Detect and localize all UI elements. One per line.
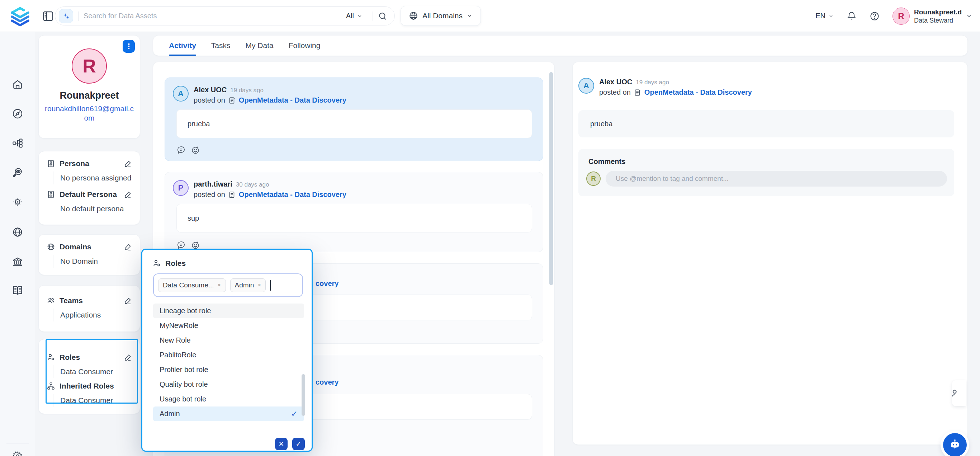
remove-chip-icon[interactable]: ×: [218, 282, 221, 289]
post-author-avatar: P: [173, 180, 189, 196]
nav-govern-bank-icon[interactable]: [12, 256, 23, 267]
roles-icon: [47, 353, 55, 362]
add-reaction-emoji-icon[interactable]: [191, 145, 200, 155]
openmetadata-app: All All Domains EN: [0, 0, 980, 456]
role-option[interactable]: Quality bot role: [153, 377, 304, 392]
feed-scrollbar[interactable]: [549, 72, 553, 285]
ai-sparkles-icon[interactable]: [59, 9, 73, 23]
language-value: EN: [815, 12, 826, 20]
search-input[interactable]: [84, 12, 346, 20]
roles-option-list: Lineage bot role MyNewRole New Role Pabl…: [153, 303, 304, 421]
divider: [372, 11, 373, 21]
role-option[interactable]: Lineage bot role: [153, 303, 304, 318]
chevron-down-icon: [966, 13, 972, 19]
nav-observability-icon[interactable]: [12, 167, 23, 178]
user-role: Data Steward: [914, 16, 962, 24]
domains-card: Domains No Domain: [38, 234, 140, 275]
edit-roles-icon[interactable]: [124, 353, 132, 362]
all-domains-dropdown[interactable]: All Domains: [401, 6, 481, 26]
nav-home-icon[interactable]: [12, 78, 23, 90]
nav-insights-bulb-icon[interactable]: [12, 197, 23, 208]
edit-domains-icon[interactable]: [124, 243, 132, 251]
post-action-text: posted on: [599, 88, 631, 97]
post-target-link[interactable]: OpenMetadata - Data Discovery: [239, 191, 347, 199]
post-target-link[interactable]: OpenMetadata - Data Discovery: [239, 96, 347, 104]
topbar: All All Domains EN: [0, 0, 980, 32]
roles-value-link[interactable]: Data Consumer: [53, 365, 132, 378]
user-avatar: R: [892, 8, 910, 25]
comment-input[interactable]: Use @mention to tag and comment...: [606, 171, 947, 187]
teams-card: Teams Applications: [38, 285, 140, 332]
tab-my-data[interactable]: My Data: [246, 35, 274, 56]
tab-tasks[interactable]: Tasks: [211, 35, 231, 56]
divider: [78, 11, 78, 21]
openmetadata-logo-icon[interactable]: [10, 5, 31, 27]
edit-teams-icon[interactable]: [124, 297, 132, 305]
sidebar-toggle-icon[interactable]: [41, 10, 54, 22]
default-persona-title: Default Persona: [59, 190, 119, 199]
search-icon[interactable]: [378, 11, 387, 21]
feed-post[interactable]: P parth.tiwari30 days ago posted on Open…: [165, 172, 543, 252]
post-author-avatar: A: [578, 78, 594, 94]
profile-more-options-button[interactable]: ⋮: [123, 40, 135, 53]
post-message: prueba: [578, 110, 954, 137]
profile-email-link[interactable]: rounakdhillon619@gmail.com: [44, 104, 135, 123]
collapsed-panel-handle[interactable]: [952, 380, 966, 406]
profile-summary-card: ⋮ R Rounakpreet rounakdhillon619@gmail.c…: [38, 35, 140, 139]
remove-chip-icon[interactable]: ×: [258, 282, 261, 289]
support-chatbot-button[interactable]: [943, 433, 967, 456]
role-option[interactable]: Usage bot role: [153, 392, 304, 407]
tab-activity[interactable]: Activity: [169, 35, 196, 56]
global-search-bar[interactable]: All: [55, 6, 395, 26]
nav-glossary-book-icon[interactable]: [12, 284, 23, 296]
search-scope-dropdown[interactable]: All: [346, 12, 363, 20]
feed-post-selected[interactable]: A Alex UOC19 days ago posted on OpenMeta…: [165, 78, 543, 161]
roles-icon: [153, 259, 161, 268]
language-dropdown[interactable]: EN: [815, 12, 834, 20]
post-author-name: parth.tiwari: [194, 180, 232, 188]
post-target-link[interactable]: OpenMetadata - Data Discovery: [644, 88, 752, 97]
persona-title: Persona: [59, 159, 119, 168]
user-profile-menu[interactable]: R Rounakpreet.d Data Steward: [892, 8, 972, 25]
post-target-link-fragment[interactable]: covery: [315, 279, 339, 288]
profile-tabs: Activity Tasks My Data Following: [153, 35, 968, 56]
document-icon: [228, 191, 236, 199]
reply-comment-icon[interactable]: [177, 145, 186, 155]
role-option-selected[interactable]: Admin ✓: [153, 407, 304, 421]
post-action-text: posted on: [194, 96, 225, 104]
nav-explore-compass-icon[interactable]: [12, 108, 23, 120]
notifications-bell-icon[interactable]: [846, 11, 857, 21]
nav-domains-globe-icon[interactable]: [12, 226, 23, 238]
profile-avatar: R: [72, 48, 107, 84]
nav-lineage-graph-icon[interactable]: [12, 137, 23, 149]
all-domains-label: All Domains: [422, 11, 463, 20]
role-option[interactable]: New Role: [153, 333, 304, 348]
topbar-right-cluster: EN R Rounak: [815, 0, 972, 32]
roles-select-input[interactable]: Data Consume... × Admin ×: [153, 273, 303, 297]
selected-role-chip[interactable]: Data Consume... ×: [158, 278, 226, 292]
post-target-link-fragment[interactable]: covery: [315, 378, 339, 386]
selected-check-icon: ✓: [291, 409, 298, 419]
person-icon: [952, 387, 959, 399]
role-option[interactable]: PablitoRole: [153, 348, 304, 362]
selected-role-chip[interactable]: Admin ×: [230, 278, 266, 292]
confirm-button[interactable]: ✓: [292, 438, 305, 450]
teams-value-link[interactable]: Applications: [53, 309, 132, 322]
text-cursor: [270, 280, 271, 290]
role-option[interactable]: Profiler bot role: [153, 362, 304, 377]
roles-list-scrollbar[interactable]: [302, 374, 305, 416]
tab-following[interactable]: Following: [289, 35, 321, 56]
globe-icon: [409, 11, 418, 21]
help-icon[interactable]: [870, 11, 880, 21]
edit-persona-icon[interactable]: [124, 159, 132, 168]
document-icon: [633, 89, 641, 97]
domains-title: Domains: [59, 242, 119, 251]
role-option[interactable]: MyNewRole: [153, 318, 304, 333]
edit-default-persona-icon[interactable]: [124, 191, 132, 199]
chevron-down-icon: [467, 13, 473, 19]
cancel-button[interactable]: ✕: [275, 438, 288, 450]
post-author-name: Alex UOC: [194, 86, 227, 94]
inherited-roles-value-link[interactable]: Data Consumer: [53, 394, 132, 407]
nav-settings-gear-icon[interactable]: [12, 451, 23, 456]
post-timestamp: 19 days ago: [636, 79, 669, 86]
